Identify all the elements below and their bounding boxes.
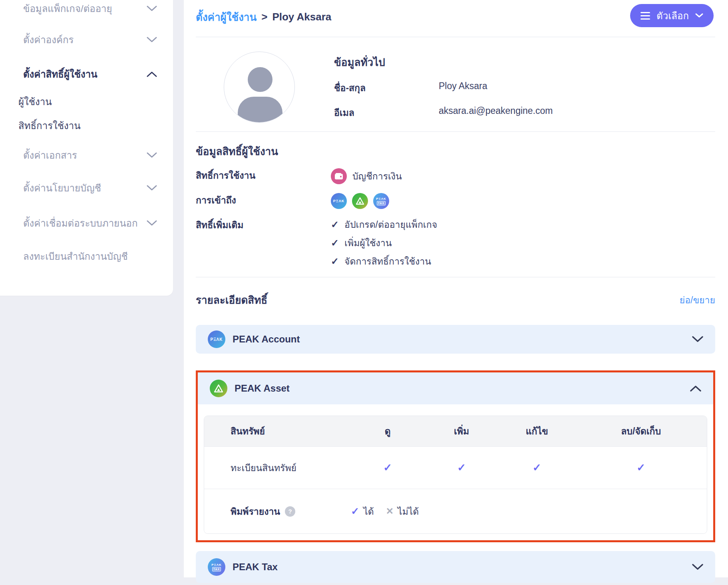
collapse-expand-link[interactable]: ย่อ/ขยาย: [680, 293, 715, 307]
chevron-down-icon: [147, 152, 157, 158]
sidebar-item-label: สิทธิ์การใช้งาน: [18, 118, 157, 133]
chevron-down-icon: [692, 336, 703, 342]
email-label: อีเมล: [334, 105, 439, 120]
sidebar-item-label: ลงทะเบียนสำนักงานบัญชี: [23, 249, 157, 264]
cross-icon: ✕: [386, 506, 394, 517]
sidebar-item-label: ตั้งค่านโยบายบัญชี: [23, 180, 142, 196]
sidebar-item-package-info[interactable]: ข้อมูลแพ็กเกจ/ต่ออายุ: [0, 0, 173, 17]
role-label: สิทธิ์การใช้งาน: [196, 168, 331, 184]
permission-info-title: ข้อมูลสิทธิ์ผู้ใช้งาน: [196, 143, 715, 159]
sidebar-item-usage-rights[interactable]: สิทธิ์การใช้งาน: [0, 117, 173, 134]
table-row-print-report: พิมพ์รายงาน ? ✓ ได้ ✕ ไม่ได้: [204, 489, 707, 533]
check-icon[interactable]: ✓: [499, 462, 575, 474]
extra-permissions-label: สิทธิ์เพิ่มเติม: [196, 218, 331, 267]
asset-permission-table: สินทรัพย์ ดู เพิ่ม แก้ไข ลบ/จัดเก็บ ทะเบ…: [204, 416, 707, 534]
sidebar-item-user-permissions[interactable]: ตั้งค่าสิทธิ์ผู้ใช้งาน: [0, 66, 173, 82]
access-row: การเข้าถึง PΞΛK PΞΛK TAX: [196, 193, 715, 209]
email-row: อีเมล aksara.ai@peakengine.com: [334, 105, 553, 120]
breadcrumb-separator: >: [261, 11, 267, 23]
column-header-add: เพิ่ม: [424, 424, 499, 438]
sidebar-item-label: ตั้งค่าเชื่อมต่อระบบภายนอก: [23, 215, 142, 231]
chevron-up-icon: [147, 71, 157, 77]
accordion-peak-asset[interactable]: PEAK Asset: [198, 372, 713, 404]
table-header-row: สินทรัพย์ ดู เพิ่ม แก้ไข ลบ/จัดเก็บ: [204, 416, 707, 446]
avatar: [224, 52, 295, 123]
chevron-down-icon: [147, 185, 157, 191]
email-value: aksara.ai@peakengine.com: [439, 105, 553, 120]
accordion-title: PEAK Account: [233, 334, 692, 345]
print-allowed-option[interactable]: ✓ ได้: [351, 504, 374, 519]
options-button[interactable]: ตัวเลือก: [630, 4, 714, 27]
breadcrumb-user-settings-link[interactable]: ตั้งค่าผู้ใช้งาน: [196, 9, 257, 25]
check-icon: ✓: [351, 505, 359, 517]
chevron-down-icon: [692, 564, 703, 570]
peak-tax-app-icon: PΞΛK TAX: [208, 558, 225, 576]
permission-info-section: ข้อมูลสิทธิ์ผู้ใช้งาน สิทธิ์การใช้งาน บั…: [196, 143, 715, 267]
column-header-delete: ลบ/จัดเก็บ: [575, 424, 707, 438]
role-row: สิทธิ์การใช้งาน บัญชีการเงิน: [196, 168, 715, 184]
check-icon[interactable]: ✓: [424, 462, 499, 474]
general-info-section: ข้อมูลทั่วไป ชื่อ-สกุล Ploy Aksara อีเมล…: [196, 52, 715, 123]
chevron-down-icon: [147, 220, 157, 226]
sidebar-item-label: ตั้งค่าองค์กร: [23, 32, 142, 48]
accordion-title: PEAK Asset: [235, 383, 690, 394]
role-value: บัญชีการเงิน: [352, 169, 402, 183]
general-info-title: ข้อมูลทั่วไป: [334, 54, 553, 70]
peak-asset-permissions-panel: สินทรัพย์ ดู เพิ่ม แก้ไข ลบ/จัดเก็บ ทะเบ…: [198, 404, 713, 540]
check-icon[interactable]: ✓: [351, 462, 424, 474]
page-header: ตั้งค่าผู้ใช้งาน > Ploy Aksara ตัวเลือก: [196, 6, 715, 27]
check-icon[interactable]: ✓: [575, 462, 707, 474]
breadcrumb-current-user: Ploy Aksara: [272, 11, 331, 23]
extra-permission-item: ✓ อัปเกรด/ต่ออายุแพ็กเกจ: [331, 219, 437, 231]
divider: [196, 277, 715, 277]
peak-asset-app-icon: [352, 193, 368, 209]
sidebar-item-label: ตั้งค่าเอกสาร: [23, 147, 142, 163]
check-icon: ✓: [331, 237, 339, 249]
column-header-asset: สินทรัพย์: [204, 424, 351, 438]
options-button-label: ตัวเลือก: [656, 8, 689, 24]
sidebar-item-organization[interactable]: ตั้งค่าองค์กร: [0, 31, 173, 48]
peak-account-app-icon: PΞΛK: [208, 330, 225, 348]
menu-icon: [640, 12, 650, 20]
table-row-asset-register: ทะเบียนสินทรัพย์ ✓ ✓ ✓ ✓: [204, 446, 707, 489]
name-row: ชื่อ-สกุล Ploy Aksara: [334, 81, 553, 95]
divider: [196, 37, 715, 37]
sidebar-item-accounting-policy[interactable]: ตั้งค่านโยบายบัญชี: [0, 179, 173, 196]
settings-sidebar: ข้อมูลแพ็กเกจ/ต่ออายุ ตั้งค่าองค์กร ตั้ง…: [0, 0, 173, 296]
help-icon[interactable]: ?: [285, 506, 295, 517]
sidebar-item-external-integration[interactable]: ตั้งค่าเชื่อมต่อระบบภายนอก: [0, 215, 173, 231]
extra-permission-item: ✓ จัดการสิทธิ์การใช้งาน: [331, 255, 437, 267]
accordion-title: PEAK Tax: [233, 561, 692, 573]
name-label: ชื่อ-สกุล: [334, 81, 439, 95]
divider: [196, 131, 715, 132]
user-settings-page: ตั้งค่าผู้ใช้งาน > Ploy Aksara ตัวเลือก …: [184, 0, 728, 577]
row-label: ทะเบียนสินทรัพย์: [204, 461, 351, 475]
sidebar-item-label: ผู้ใช้งาน: [18, 94, 157, 109]
details-header: รายละเอียดสิทธิ์ ย่อ/ขยาย: [196, 292, 715, 308]
sidebar-item-label: ข้อมูลแพ็กเกจ/ต่ออายุ: [23, 1, 142, 16]
extra-permission-item: ✓ เพิ่มผู้ใช้งาน: [331, 237, 437, 249]
highlight-box-peak-asset: PEAK Asset สินทรัพย์ ดู เพิ่ม แก้ไข ลบ/จ…: [196, 370, 715, 542]
check-icon: ✓: [331, 219, 339, 231]
print-denied-option[interactable]: ✕ ไม่ได้: [386, 504, 419, 519]
peak-asset-app-icon: [210, 380, 227, 397]
accordion-peak-account[interactable]: PΞΛK PEAK Account: [196, 325, 715, 354]
wallet-icon: [331, 168, 347, 184]
peak-tax-app-icon: PΞΛK TAX: [373, 193, 389, 209]
access-label: การเข้าถึง: [196, 193, 331, 209]
sidebar-item-users[interactable]: ผู้ใช้งาน: [0, 93, 173, 110]
sidebar-item-label: ตั้งค่าสิทธิ์ผู้ใช้งาน: [23, 66, 142, 82]
extra-permissions-row: สิทธิ์เพิ่มเติม ✓ อัปเกรด/ต่ออายุแพ็กเกจ…: [196, 218, 715, 267]
chevron-down-icon: [147, 6, 157, 12]
name-value: Ploy Aksara: [439, 81, 487, 95]
sidebar-item-documents[interactable]: ตั้งค่าเอกสาร: [0, 147, 173, 163]
column-header-edit: แก้ไข: [499, 424, 575, 438]
chevron-down-icon: [695, 13, 703, 18]
check-icon: ✓: [331, 255, 339, 267]
print-report-label: พิมพ์รายงาน: [231, 504, 280, 519]
sidebar-item-accounting-firm-register[interactable]: ลงทะเบียนสำนักงานบัญชี: [0, 248, 173, 265]
column-header-view: ดู: [351, 424, 424, 438]
details-title: รายละเอียดสิทธิ์: [196, 292, 267, 308]
chevron-up-icon: [690, 385, 701, 392]
accordion-peak-tax[interactable]: PΞΛK TAX PEAK Tax: [196, 551, 715, 583]
